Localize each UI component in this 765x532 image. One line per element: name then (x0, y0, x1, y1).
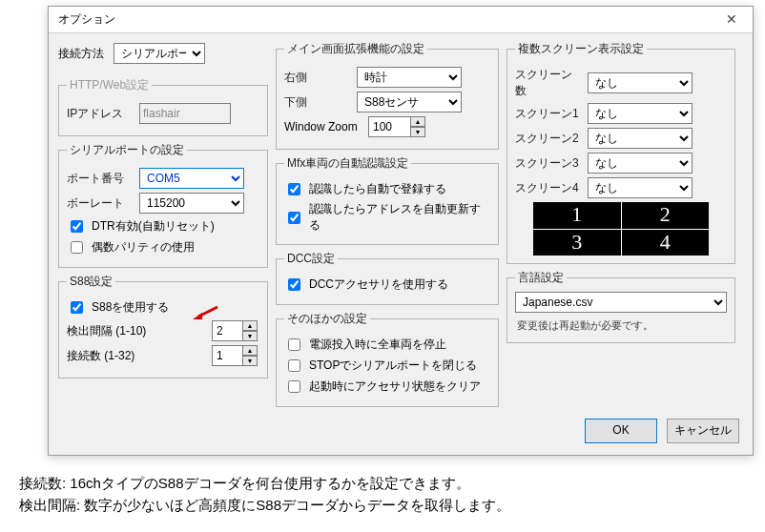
parity-label: 偶数パリティの使用 (92, 239, 195, 256)
dcc-legend: DCC設定 (284, 251, 338, 267)
bottom-label: 下側 (284, 94, 351, 111)
lang-select[interactable]: Japanese.csv (515, 292, 727, 313)
screen-preview: 1 2 3 4 (533, 202, 709, 256)
stopall-checkbox[interactable] (288, 338, 300, 351)
dtr-label: DTR有効(自動リセット) (92, 218, 215, 235)
spin-down-icon[interactable]: ▼ (410, 127, 425, 137)
parity-checkbox[interactable] (71, 241, 83, 254)
mfx-register-checkbox[interactable] (288, 183, 300, 195)
s88-count-label: 接続数 (1-32) (67, 348, 153, 364)
screen-tile-4: 4 (622, 230, 710, 256)
spin-down-icon[interactable]: ▼ (242, 331, 258, 341)
right-label: 右側 (284, 70, 351, 86)
window-title: オプション (58, 11, 711, 28)
s88-use-checkbox[interactable] (71, 301, 83, 314)
serial-group: シリアルポートの設定 ポート番号 COM5 ボーレート 115200 DTR有効… (58, 142, 268, 268)
spin-up-icon[interactable]: ▲ (242, 320, 258, 331)
screen3-select[interactable]: なし (588, 153, 693, 174)
spin-up-icon[interactable]: ▲ (242, 345, 258, 356)
clearacc-checkbox[interactable] (288, 380, 300, 393)
screen1-select[interactable]: なし (588, 103, 693, 124)
screens-group: 複数スクリーン表示設定 スクリーン数なし スクリーン1なし スクリーン2なし ス… (507, 41, 735, 264)
lang-note: 変更後は再起動が必要です。 (517, 318, 725, 333)
close-icon[interactable]: ✕ (711, 7, 753, 33)
dcc-group: DCC設定 DCCアクセサリを使用する (276, 251, 499, 305)
http-legend: HTTP/Web設定 (67, 77, 152, 93)
ip-input (139, 103, 231, 124)
bottom-select[interactable]: S88センサ (357, 92, 462, 113)
mfx-legend: Mfx車両の自動認識設定 (284, 155, 411, 172)
screens-legend: 複数スクリーン表示設定 (515, 41, 647, 57)
mfx-group: Mfx車両の自動認識設定 認識したら自動で登録する 認識したらアドレスを自動更新… (276, 155, 499, 245)
screen-tile-3: 3 (533, 230, 621, 256)
screen-count-select[interactable]: なし (588, 72, 693, 93)
mfx-update-checkbox[interactable] (288, 212, 300, 224)
s88-interval-spinner[interactable]: ▲▼ (212, 320, 259, 341)
lang-group: 言語設定 Japanese.csv 変更後は再起動が必要です。 (507, 270, 735, 343)
connection-select[interactable]: シリアルポート (114, 43, 205, 64)
connection-row: 接続方法 シリアルポート (58, 43, 268, 64)
right-select[interactable]: 時計 (357, 67, 462, 88)
mainext-legend: メイン画面拡張機能の設定 (284, 41, 427, 57)
s88-interval-label: 検出間隔 (1-10) (67, 323, 153, 339)
baud-select[interactable]: 115200 (139, 193, 244, 214)
screen-tile-2: 2 (622, 202, 710, 229)
ip-label: IPアドレス (67, 106, 134, 122)
screen-tile-1: 1 (533, 202, 621, 229)
closeport-checkbox[interactable] (288, 359, 300, 372)
spin-up-icon[interactable]: ▲ (410, 116, 425, 127)
port-select[interactable]: COM5 (139, 168, 244, 189)
ok-button[interactable]: OK (585, 419, 657, 443)
baud-label: ボーレート (67, 195, 134, 212)
cancel-button[interactable]: キャンセル (667, 419, 739, 443)
zoom-label: Window Zoom (284, 120, 362, 133)
s88-use-label: S88を使用する (92, 299, 169, 316)
s88-count-spinner[interactable]: ▲▼ (212, 345, 259, 366)
connection-label: 接続方法 (58, 46, 104, 62)
screen2-select[interactable]: なし (588, 128, 693, 149)
spin-down-icon[interactable]: ▼ (242, 356, 258, 366)
dcc-accessory-checkbox[interactable] (288, 278, 300, 291)
lang-legend: 言語設定 (515, 270, 567, 286)
other-group: そのほかの設定 電源投入時に全車両を停止 STOPでシリアルポートを閉じる 起動… (276, 311, 499, 407)
titlebar: オプション ✕ (49, 7, 753, 33)
caption-text: 接続数: 16chタイプのS88デコーダを何台使用するかを設定できます。 検出間… (19, 473, 746, 516)
dtr-checkbox[interactable] (71, 220, 83, 233)
s88-group: S88設定 S88を使用する 検出間隔 (1-10) ▲▼ (58, 274, 268, 379)
screen4-select[interactable]: なし (588, 177, 693, 198)
options-window: オプション ✕ 接続方法 シリアルポート HTTP/Web設定 IPアドレス シ… (48, 6, 754, 456)
s88-legend: S88設定 (67, 274, 115, 290)
http-group: HTTP/Web設定 IPアドレス (58, 77, 268, 136)
port-label: ポート番号 (67, 171, 134, 187)
zoom-spinner[interactable]: ▲▼ (368, 116, 427, 137)
mainext-group: メイン画面拡張機能の設定 右側 時計 下側 S88センサ Window Zoom… (276, 41, 499, 150)
other-legend: そのほかの設定 (284, 311, 370, 327)
serial-legend: シリアルポートの設定 (67, 142, 187, 158)
